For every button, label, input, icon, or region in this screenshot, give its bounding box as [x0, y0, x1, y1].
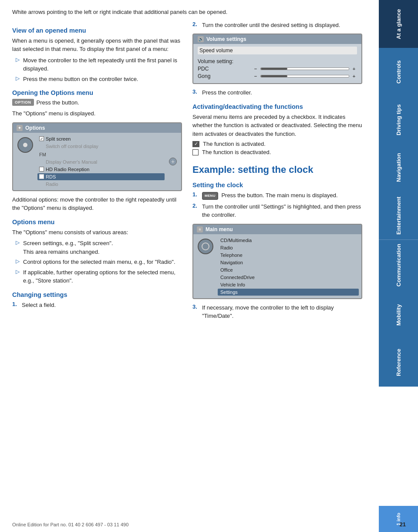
activating-heading: Activating/deactivating the functions: [192, 103, 362, 110]
function-deactivated-text: The function is deactivated.: [202, 149, 271, 155]
label-telephone: Telephone: [220, 253, 243, 258]
options-item-rds: ✓ RDS: [37, 173, 165, 180]
bullet-text-1: Move the controller to the left repeated…: [23, 56, 182, 73]
options-bullet-text-2: Control options for the selected main me…: [23, 258, 175, 266]
nav-circle: [17, 137, 33, 153]
settings-inner-icon: [202, 242, 209, 250]
footer-text: Online Edition for Part no. 01 40 2 606 …: [12, 522, 128, 527]
sidebar-tab-navigation[interactable]: Navigation: [379, 144, 418, 192]
changing-settings-step1: 1. Select a field.: [12, 301, 182, 310]
mainmenu-items-list: CD/Multimedia Radio Telephone Navigation: [218, 237, 359, 296]
options-screen-body: ✓ Split screen Switch off control displa…: [13, 133, 181, 190]
mainmenu-item-office: Office: [218, 266, 359, 273]
options-item-hd-radio: HD Radio Reception: [37, 166, 165, 173]
mainmenu-item-radio: Radio: [218, 244, 359, 251]
sidebar-tab-communication[interactable]: Communication: [379, 239, 418, 291]
bullet-text-2: Press the menu button on the controller …: [23, 75, 138, 84]
sidebar-tab-controls[interactable]: Controls: [379, 48, 418, 96]
bullet-arrow-2: ▷: [16, 75, 20, 81]
gong-minus: −: [253, 74, 259, 79]
label-switch-off: Switch off control display: [46, 144, 98, 149]
checkbox-deactivated-icon: [192, 149, 199, 155]
step3-text: Press the controller.: [202, 88, 252, 97]
step1-number: 1.: [12, 301, 18, 307]
step2-volume: 2. Turn the controller until the desired…: [192, 21, 362, 30]
label-cdmultimedia: CD/Multimedia: [220, 238, 252, 243]
options-item-radio: Radio: [37, 181, 165, 188]
mainmenu-item-telephone: Telephone: [218, 252, 359, 259]
menu-button-icon: MENU: [202, 192, 218, 200]
pdc-bar: [260, 67, 349, 70]
mainmenu-item-navigation: Navigation: [218, 259, 359, 266]
sidebar-tab-mobility[interactable]: Mobility: [379, 291, 418, 339]
options-item-display-manual: Display Owner's Manual: [37, 158, 165, 165]
main-content: White arrows pointing to the left or rig…: [0, 0, 379, 532]
options-nav-circle-area: [16, 135, 35, 188]
gong-plus: +: [351, 74, 357, 79]
checkbox-hd-radio: [39, 167, 44, 172]
pdc-minus: −: [253, 66, 259, 71]
speed-volume-label: Speed volume: [199, 47, 355, 54]
clock-step1-content: MENU Press the button. The main menu is …: [202, 191, 338, 200]
changing-settings-heading: Changing settings: [12, 291, 182, 298]
volume-screen-title-text: Volume settings: [206, 36, 246, 42]
checkmark-activated-icon: ✓: [192, 141, 199, 147]
option-button-label: OPTION: [12, 99, 34, 106]
view-opened-menu-description: When a menu is opened, it generally open…: [12, 37, 182, 54]
bullet-arrow-opt-1: ▷: [16, 239, 20, 246]
pdc-slider: − +: [253, 66, 357, 71]
clock-step1: 1. MENU Press the button. The main menu …: [192, 191, 362, 200]
label-settings: Settings: [220, 290, 238, 295]
volume-setting-row: Volume setting:: [198, 58, 357, 64]
gong-label: Gong: [198, 73, 250, 79]
bullet-arrow-1: ▷: [16, 57, 20, 63]
label-radio: Radio: [46, 182, 58, 187]
label-connecteddrive: ConnectedDrive: [220, 275, 255, 280]
additional-options-text: Additional options: move the controller …: [12, 195, 182, 212]
options-item-fm: FM: [37, 150, 165, 158]
option-button-description: Press the button.: [37, 99, 79, 106]
sidebar-label-controls: Controls: [395, 60, 402, 83]
bullet-arrow-opt-2: ▷: [16, 258, 20, 264]
options-menu-heading: Options menu: [12, 219, 182, 226]
label-navigation: Navigation: [220, 260, 243, 265]
options-bullet-3: ▷ If applicable, further operating optio…: [12, 268, 182, 285]
sidebar-label-mobility: Mobility: [395, 304, 402, 326]
sidebar-tab-entertainment[interactable]: Entertainment: [379, 192, 418, 239]
clock-step1-number: 1.: [192, 191, 199, 198]
options-bullet-text-3: If applicable, further operating options…: [23, 268, 182, 285]
step3-number: 3.: [192, 88, 199, 95]
label-rds: RDS: [46, 174, 56, 179]
clock-step2-text: Turn the controller until "Settings" is …: [202, 202, 362, 219]
sidebar-label-navigation: Navigation: [395, 153, 402, 182]
left-column: View of an opened menu When a menu is op…: [12, 21, 182, 323]
options-screen-mockup: ✦ Options ✓ Split screen: [12, 122, 182, 191]
bullet-item-1: ▷ Move the controller to the left repeat…: [12, 56, 182, 73]
sidebar-tab-at-a-glance[interactable]: At a glance: [379, 0, 418, 48]
label-office: Office: [220, 267, 233, 273]
volume-screen-icon: 🔊: [198, 36, 204, 42]
pdc-plus: +: [351, 66, 357, 71]
label-hd-radio: HD Radio Reception: [46, 167, 89, 172]
right-column: 2. Turn the controller until the desired…: [192, 21, 362, 323]
sidebar-tab-reference[interactable]: Reference: [379, 339, 418, 387]
options-item-split-screen: ✓ Split screen: [37, 135, 165, 142]
sidebar-tab-info[interactable]: 1 info: [379, 506, 418, 532]
sidebar-tab-driving-tips[interactable]: Driving tips: [379, 96, 418, 144]
gong-bar: [260, 75, 349, 77]
page-footer: Online Edition for Part no. 01 40 2 606 …: [0, 521, 418, 528]
mainmenu-item-settings: Settings: [218, 289, 359, 296]
step2-text: Turn the controller until the desired se…: [202, 21, 340, 30]
pdc-row: PDC − +: [198, 66, 357, 72]
mainmenu-nav-area: [196, 237, 215, 296]
volume-setting-label: Volume setting:: [198, 58, 357, 64]
options-plus-button: +: [169, 158, 177, 165]
mainmenu-item-cdmultimedia: CD/Multimedia: [218, 237, 359, 244]
speed-volume-row: Speed volume: [198, 47, 357, 54]
volume-screen-title-bar: 🔊 Volume settings: [193, 34, 361, 44]
options-bullet-1: ▷ Screen settings, e.g., "Split screen".…: [12, 239, 182, 256]
bullet-item-2: ▷ Press the menu button on the controlle…: [12, 75, 182, 84]
options-bullet-2: ▷ Control options for the selected main …: [12, 258, 182, 266]
mainmenu-title-text: Main menu: [206, 226, 233, 232]
step3-volume: 3. Press the controller.: [192, 88, 362, 97]
